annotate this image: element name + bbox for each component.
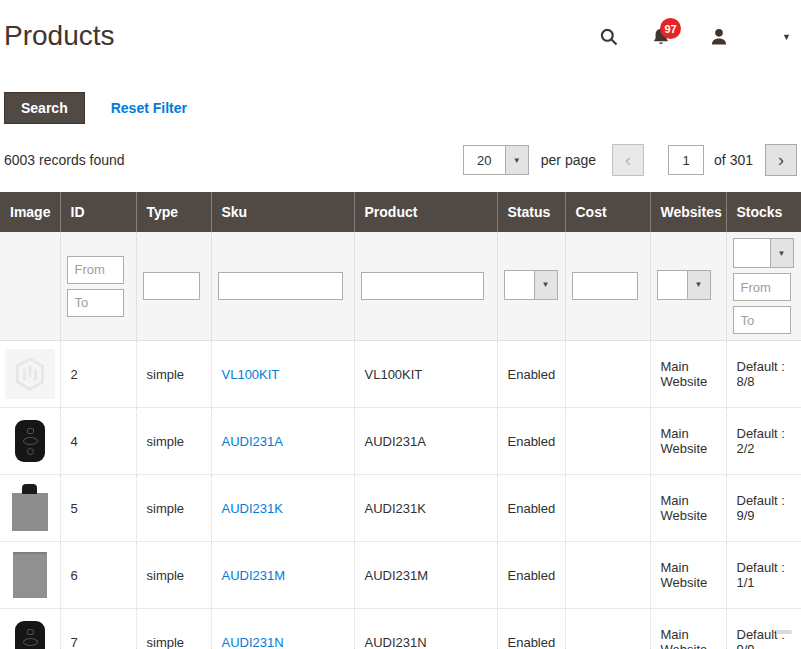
cell-id: 4 bbox=[60, 408, 136, 475]
stocks-filter-select[interactable]: ▼ bbox=[733, 238, 794, 268]
cell-id: 6 bbox=[60, 542, 136, 609]
sku-link[interactable]: VL100KIT bbox=[222, 367, 280, 382]
column-header-sku[interactable]: Sku bbox=[211, 192, 354, 232]
chevron-down-icon: ▼ bbox=[534, 271, 557, 299]
cell-product: AUDI231A bbox=[354, 408, 497, 475]
cell-websites: Main Website bbox=[650, 542, 726, 609]
cell-websites: Main Website bbox=[650, 475, 726, 542]
notifications-bell-icon[interactable]: 97 bbox=[650, 26, 672, 48]
cell-status: Enabled bbox=[497, 609, 565, 649]
cell-websites: Main Website bbox=[650, 609, 726, 649]
cell-sku: AUDI231M bbox=[211, 542, 354, 609]
cell-cost bbox=[565, 542, 650, 609]
pager: 20 ▼ per page ‹ of 301 › bbox=[463, 144, 797, 176]
column-header-type[interactable]: Type bbox=[136, 192, 211, 232]
cell-image bbox=[0, 542, 60, 609]
cell-stocks: Default : 2/2 bbox=[726, 408, 801, 475]
sku-filter-input[interactable] bbox=[218, 272, 343, 300]
admin-user-menu[interactable]: ▼ bbox=[708, 26, 791, 48]
chevron-down-icon[interactable]: ▼ bbox=[782, 32, 791, 42]
type-filter-input[interactable] bbox=[143, 272, 200, 300]
product-image bbox=[5, 617, 55, 649]
cell-image bbox=[0, 408, 60, 475]
table-row[interactable]: 7 simple AUDI231N AUDI231N Enabled Main … bbox=[0, 609, 801, 649]
chevron-down-icon: ▼ bbox=[770, 239, 793, 267]
cell-stocks: Default : 8/8 bbox=[726, 341, 801, 408]
sku-link[interactable]: AUDI231K bbox=[222, 501, 283, 516]
filter-cell-cost bbox=[565, 232, 650, 341]
id-to-input[interactable] bbox=[67, 289, 124, 317]
status-filter-select[interactable]: ▼ bbox=[504, 270, 558, 300]
grid-toolbar: Search Reset Filter bbox=[4, 92, 801, 124]
filter-cell-stocks: ▼ bbox=[726, 232, 801, 341]
cell-sku: AUDI231N bbox=[211, 609, 354, 649]
sku-link[interactable]: AUDI231A bbox=[222, 434, 283, 449]
cell-product: AUDI231K bbox=[354, 475, 497, 542]
cell-image bbox=[0, 475, 60, 542]
cell-sku: AUDI231A bbox=[211, 408, 354, 475]
cell-type: simple bbox=[136, 609, 211, 649]
search-icon[interactable] bbox=[598, 26, 620, 48]
table-row[interactable]: 2 simple VL100KIT VL100KIT Enabled Main … bbox=[0, 341, 801, 408]
scrollbar-grip bbox=[776, 630, 792, 634]
cell-product: AUDI231N bbox=[354, 609, 497, 649]
search-button[interactable]: Search bbox=[4, 92, 85, 124]
previous-page-button[interactable]: ‹ bbox=[612, 144, 644, 176]
chevron-down-icon: ▼ bbox=[687, 271, 710, 299]
cell-type: simple bbox=[136, 475, 211, 542]
admin-user-icon bbox=[708, 26, 730, 48]
chevron-down-icon: ▼ bbox=[505, 146, 528, 174]
records-found-text: 6003 records found bbox=[4, 152, 125, 168]
cell-image bbox=[0, 341, 60, 408]
products-grid: Image ID Type Sku Product Status Cost We… bbox=[0, 192, 801, 649]
table-row[interactable]: 5 simple AUDI231K AUDI231K Enabled Main … bbox=[0, 475, 801, 542]
column-header-image[interactable]: Image bbox=[0, 192, 60, 232]
table-row[interactable]: 6 simple AUDI231M AUDI231M Enabled Main … bbox=[0, 542, 801, 609]
cell-image bbox=[0, 609, 60, 649]
filter-cell-product bbox=[354, 232, 497, 341]
cell-cost bbox=[565, 475, 650, 542]
id-from-input[interactable] bbox=[67, 256, 124, 284]
cell-cost bbox=[565, 408, 650, 475]
cell-id: 2 bbox=[60, 341, 136, 408]
cell-id: 7 bbox=[60, 609, 136, 649]
websites-filter-select[interactable]: ▼ bbox=[657, 270, 711, 300]
column-header-stocks[interactable]: Stocks bbox=[726, 192, 801, 232]
cell-stocks: Default : 1/1 bbox=[726, 542, 801, 609]
grid-filter-row: ▼ ▼ ▼ bbox=[0, 232, 801, 341]
product-image bbox=[5, 550, 55, 600]
cell-status: Enabled bbox=[497, 542, 565, 609]
cell-websites: Main Website bbox=[650, 408, 726, 475]
per-page-select[interactable]: 20 ▼ bbox=[463, 145, 529, 175]
next-page-button[interactable]: › bbox=[765, 144, 797, 176]
sku-link[interactable]: AUDI231N bbox=[222, 635, 284, 649]
sku-link[interactable]: AUDI231M bbox=[222, 568, 286, 583]
stocks-from-input[interactable] bbox=[733, 273, 791, 301]
cell-id: 5 bbox=[60, 475, 136, 542]
column-header-status[interactable]: Status bbox=[497, 192, 565, 232]
filter-cell-websites: ▼ bbox=[650, 232, 726, 341]
stocks-to-input[interactable] bbox=[733, 306, 791, 334]
filter-cell-sku bbox=[211, 232, 354, 341]
cell-websites: Main Website bbox=[650, 341, 726, 408]
current-page-input[interactable] bbox=[668, 145, 704, 175]
cell-stocks: Default : 9/9 bbox=[726, 475, 801, 542]
per-page-label: per page bbox=[541, 152, 596, 168]
table-body: ▼ ▼ ▼ bbox=[0, 232, 801, 649]
column-header-cost[interactable]: Cost bbox=[565, 192, 650, 232]
cell-status: Enabled bbox=[497, 475, 565, 542]
column-header-product[interactable]: Product bbox=[354, 192, 497, 232]
table-row[interactable]: 4 simple AUDI231A AUDI231A Enabled Main … bbox=[0, 408, 801, 475]
cell-cost bbox=[565, 609, 650, 649]
column-header-id[interactable]: ID bbox=[60, 192, 136, 232]
notification-count-badge[interactable]: 97 bbox=[660, 18, 681, 39]
list-header: 6003 records found 20 ▼ per page ‹ of 30… bbox=[4, 144, 797, 176]
product-filter-input[interactable] bbox=[361, 272, 484, 300]
cell-type: simple bbox=[136, 542, 211, 609]
cost-filter-input[interactable] bbox=[572, 272, 638, 300]
cell-sku: VL100KIT bbox=[211, 341, 354, 408]
cell-product: AUDI231M bbox=[354, 542, 497, 609]
reset-filter-link[interactable]: Reset Filter bbox=[111, 100, 187, 116]
header-actions: 97 ▼ bbox=[598, 26, 791, 48]
column-header-websites[interactable]: Websites bbox=[650, 192, 726, 232]
